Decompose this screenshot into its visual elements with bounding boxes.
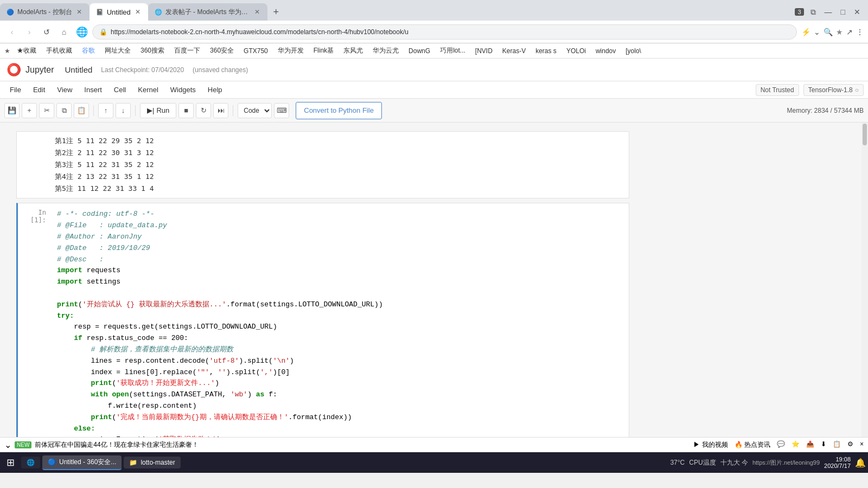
news-collapse-icon[interactable]: ⌄ <box>4 440 11 450</box>
taskbar-item-lotto[interactable]: 📁 lotto-master <box>124 457 180 468</box>
cut-button[interactable]: ✂ <box>39 103 54 118</box>
run-button[interactable]: ▶| Run <box>140 103 176 118</box>
bookmark-nvid[interactable]: [NVID <box>472 46 496 56</box>
chevron-icon[interactable]: ⌄ <box>814 28 820 36</box>
restart-run-button[interactable]: ⏭ <box>213 103 228 118</box>
close-tab-huawei[interactable]: ✕ <box>253 7 261 17</box>
news-icon-2[interactable]: ⭐ <box>792 440 800 450</box>
scrollbar-track[interactable] <box>861 123 868 437</box>
cell-type-selector[interactable]: Code <box>238 103 272 118</box>
stop-button[interactable]: ■ <box>178 103 194 118</box>
paste-button[interactable]: 📋 <box>74 103 89 118</box>
maximize-icon[interactable]: □ <box>839 5 847 18</box>
bookmark-url[interactable]: 网址大全 <box>101 45 134 56</box>
restart-button[interactable]: ↻ <box>196 103 211 118</box>
prompt-in: In <box>22 209 46 216</box>
start-button[interactable]: ⊞ <box>2 454 19 471</box>
bookmark-huawei-dev[interactable]: 华为开发 <box>275 45 307 56</box>
resp-assign: resp = requests.get(settings.LOTTO_DOWNL… <box>74 323 277 331</box>
bookmark-flink[interactable]: Flink基 <box>310 45 337 56</box>
menu-view[interactable]: View <box>52 84 78 96</box>
menu-file[interactable]: File <box>4 84 27 96</box>
not-trusted-badge[interactable]: Not Trusted <box>756 84 799 96</box>
url-bar[interactable]: 🔒 https://modelarts-notebook-2.cn-north-… <box>92 24 797 40</box>
home-button[interactable]: ⌂ <box>56 24 72 40</box>
bookmark-360[interactable]: 360搜索 <box>137 45 168 56</box>
menu-right-area: Not Trusted TensorFlow-1.8 ○ <box>756 84 864 96</box>
taskbar-notifications[interactable]: 🔔 <box>855 458 866 468</box>
menu-edit[interactable]: Edit <box>28 84 50 96</box>
close-tab-modelarts[interactable]: ✕ <box>75 7 83 17</box>
bookmark-gtx[interactable]: GTX750 <box>240 46 271 56</box>
menu-widgets[interactable]: Widgets <box>165 84 201 96</box>
copy-button[interactable]: ⧉ <box>56 103 72 118</box>
news-icon-7[interactable]: × <box>860 440 864 450</box>
news-icon-3[interactable]: 📤 <box>806 440 814 450</box>
menu-cell[interactable]: Cell <box>108 84 131 96</box>
tab-modelarts[interactable]: 🔵 ModelArts - 控制台 ✕ <box>0 3 90 21</box>
forward-button[interactable]: › <box>22 24 37 40</box>
cell-code-content[interactable]: # -*- coding: utf-8 -*- # @File : update… <box>50 203 629 437</box>
lightning-icon[interactable]: ⚡ <box>801 28 810 36</box>
taskbar-right: 37°C CPU温度 十九大 今 https://图片.net/leoning9… <box>670 456 866 469</box>
search-icon[interactable]: 🔍 <box>824 28 833 36</box>
menu-kernel[interactable]: Kernel <box>132 84 164 96</box>
close-tab-untitled[interactable]: ✕ <box>134 7 142 17</box>
notebook-scroll-area[interactable]: 第1注 5 11 22 29 35 2 12 第2注 2 11 22 30 31… <box>0 123 868 437</box>
scrollbar-thumb[interactable] <box>863 124 867 145</box>
jupyter-title: Jupyter <box>25 65 54 75</box>
refresh-button[interactable]: ↺ <box>39 24 54 40</box>
bookmark-window[interactable]: windov <box>592 46 619 56</box>
bookmark-huaweicloud[interactable]: 华为云尤 <box>369 45 402 56</box>
share-icon[interactable]: ↗ <box>846 28 853 36</box>
taskbar-item-chrome[interactable]: 🌐 <box>21 457 40 468</box>
add-cell-button[interactable]: + <box>22 103 37 118</box>
jupyter-logo: ⭕ Jupyter <box>7 63 54 77</box>
bookmark-keras-v[interactable]: Keras-V <box>499 46 529 56</box>
toolbar: 💾 + ✂ ⧉ 📋 ↑ ↓ ▶| Run ■ ↻ ⏭ Code ⌨ Conver… <box>0 99 868 123</box>
notebook-name[interactable]: Untitled <box>65 65 92 74</box>
save-button[interactable]: 💾 <box>4 103 20 118</box>
tab-huawei[interactable]: 🌐 发表帖子 - ModelArts 华为云... ✕ <box>148 3 267 21</box>
bookmark-collect[interactable]: ★收藏 <box>14 45 40 56</box>
print-success: print('获取成功！开始更新文件...') <box>91 379 219 387</box>
star-icon[interactable]: ★ <box>836 28 843 36</box>
bookmark-keras-s[interactable]: keras s <box>532 46 560 56</box>
bookmark-mobile[interactable]: 手机收藏 <box>43 45 75 56</box>
bookmark-360safe[interactable]: 360安全 <box>207 45 237 56</box>
bookmark-qiaoyong[interactable]: 巧用lot... <box>437 45 469 56</box>
menu-icon[interactable]: ⋮ <box>856 28 864 36</box>
restore-icon[interactable]: ⧉ <box>808 5 818 19</box>
import-settings: settings <box>87 278 120 286</box>
minimize-icon[interactable]: — <box>822 5 834 18</box>
move-down-button[interactable]: ↓ <box>116 103 131 118</box>
bookmark-google[interactable]: 谷歌 <box>79 45 98 56</box>
news-icon-6[interactable]: ⚙ <box>847 440 853 450</box>
convert-to-python-button[interactable]: Convert to Python File <box>296 102 382 119</box>
tensorflow-badge: TensorFlow-1.8 ○ <box>803 84 864 96</box>
taskbar-item-360[interactable]: 🔵 Untitled - 360安全... <box>42 455 122 470</box>
manage-bookmarks-icon[interactable]: ★ <box>4 47 10 55</box>
news-icon-5[interactable]: 📋 <box>833 440 841 450</box>
bookmark-yolo[interactable]: YOLOi <box>563 46 589 56</box>
bookmark-dongfeng[interactable]: 东风尤 <box>340 45 366 56</box>
news-icon-1[interactable]: 💬 <box>777 440 785 450</box>
menu-insert[interactable]: Insert <box>79 84 107 96</box>
close-window-icon[interactable]: ✕ <box>852 5 863 18</box>
tab-untitled[interactable]: 📓 Untitled ✕ <box>90 3 148 21</box>
bookmark-downg[interactable]: DownG <box>405 46 433 56</box>
hot-news-btn[interactable]: 🔥 热点资讯 <box>735 440 770 450</box>
bookmark-baidu[interactable]: 百度一下 <box>171 45 203 56</box>
new-tab-button[interactable]: + <box>267 3 285 21</box>
memory-label: Memory: <box>787 107 813 114</box>
keyboard-shortcut-button[interactable]: ⌨ <box>274 103 289 118</box>
menu-help[interactable]: Help <box>202 84 228 96</box>
checkpoint-info: Last Checkpoint: 07/04/2020 <box>101 66 184 74</box>
code-editor[interactable]: # -*- coding: utf-8 -*- # @File : update… <box>50 203 629 437</box>
move-up-button[interactable]: ↑ <box>98 103 113 118</box>
back-button[interactable]: ‹ <box>4 24 20 40</box>
news-icon-4[interactable]: ⬇ <box>821 440 826 450</box>
my-video-btn[interactable]: ▶ 我的视频 <box>693 440 727 450</box>
windows-taskbar: ⊞ 🌐 🔵 Untitled - 360安全... 📁 lotto-master… <box>0 452 868 473</box>
bookmark-yolob[interactable]: [yolo\ <box>622 46 644 56</box>
